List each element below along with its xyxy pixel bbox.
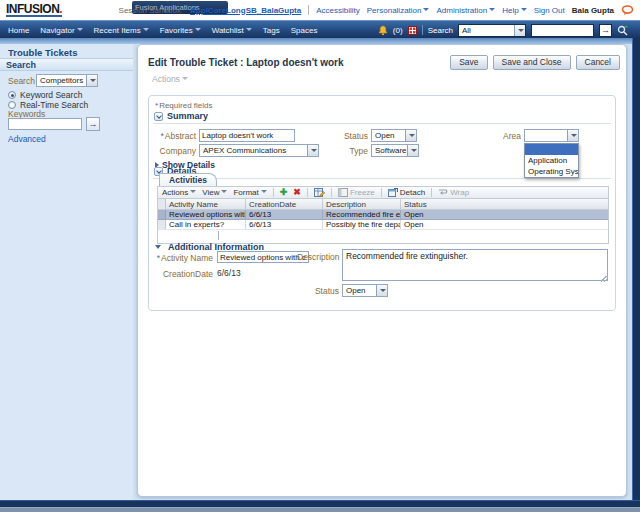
chat-bubble-icon[interactable]: [621, 5, 634, 16]
delete-row-icon[interactable]: ✖: [293, 188, 301, 197]
chevron-down-icon: [90, 79, 96, 82]
required-icon: *: [157, 253, 160, 263]
search-field-label: Search: [8, 76, 35, 86]
keywords-go-button[interactable]: →: [86, 117, 100, 131]
nav-watchlist[interactable]: Watchlist: [212, 26, 252, 35]
chevron-down-icon: [221, 190, 227, 193]
resize-grip-icon[interactable]: [601, 276, 607, 282]
dropdown-button[interactable]: [514, 25, 525, 36]
detach-button[interactable]: Detach: [388, 188, 425, 197]
nav-favorites[interactable]: Favorites: [160, 26, 201, 35]
column-resize-mark: [218, 231, 219, 240]
radio-unselected-icon[interactable]: [8, 101, 16, 109]
column-header-creation-date[interactable]: CreationDate: [246, 199, 323, 209]
sandbox-label: Session Sandbox:: [119, 6, 184, 15]
sandbox-link[interactable]: ApplCoreLongSB_BalaGupta: [190, 6, 301, 15]
creation-date-value: 6/6/13: [217, 268, 241, 278]
logo-accent-dot: .: [59, 2, 62, 16]
detach-icon: [388, 188, 398, 197]
toolbar-view-menu[interactable]: View: [202, 188, 227, 197]
column-header-activity-name[interactable]: Activity Name: [166, 199, 246, 209]
description-textarea[interactable]: [342, 249, 608, 281]
dropdown-option-application[interactable]: Application: [525, 155, 578, 166]
chevron-down-icon: [411, 149, 417, 152]
dropdown-button[interactable]: [86, 75, 97, 86]
nav-home[interactable]: Home: [8, 26, 29, 35]
summary-section-header[interactable]: Summary: [154, 111, 208, 121]
window-footer-bar: [0, 500, 640, 507]
freeze-button[interactable]: Freeze: [338, 188, 375, 197]
table-row-selected[interactable]: Reviewed options with customer 6/6/13 Re…: [158, 210, 608, 220]
tab-activities[interactable]: Activities: [159, 173, 217, 186]
keywords-input[interactable]: [8, 118, 82, 130]
nav-spaces[interactable]: Spaces: [291, 26, 318, 35]
page-title: Trouble Tickets: [8, 47, 78, 58]
nav-tags[interactable]: Tags: [263, 26, 280, 35]
chevron-down-icon: [143, 28, 149, 31]
saved-search-select[interactable]: Competitors: [36, 74, 98, 87]
cancel-button[interactable]: Cancel: [576, 55, 620, 70]
area-dropdown-list: Application Operating System: [524, 143, 579, 178]
row-selector-header: [158, 199, 166, 209]
save-and-close-button[interactable]: Save and Close: [493, 55, 571, 70]
dropdown-button[interactable]: [567, 130, 578, 141]
wrap-button[interactable]: Wrap: [438, 188, 469, 197]
additional-status-select[interactable]: Open: [342, 284, 388, 297]
area-select[interactable]: [524, 129, 579, 142]
divider: [422, 25, 423, 35]
nav-recent-items[interactable]: Recent Items: [94, 26, 149, 35]
advanced-search-link[interactable]: Advanced: [8, 134, 46, 144]
search-panel-header[interactable]: Search: [0, 58, 133, 71]
personalization-menu[interactable]: Personalization: [367, 6, 430, 15]
type-select[interactable]: Software: [371, 144, 419, 157]
dropdown-button[interactable]: [405, 130, 416, 141]
company-select[interactable]: APEX Communications: [199, 144, 319, 157]
required-icon: *: [161, 131, 164, 141]
status-select[interactable]: Open: [371, 129, 417, 142]
divider: [308, 5, 309, 15]
table-row[interactable]: Call in experts? 6/6/13 Possibly the fir…: [158, 220, 608, 230]
row-selector[interactable]: [158, 220, 166, 229]
search-scope-select[interactable]: All: [458, 24, 526, 37]
keyword-search-option[interactable]: Keyword Search: [8, 90, 82, 100]
administration-menu[interactable]: Administration: [436, 6, 495, 15]
worklist-icon[interactable]: [408, 26, 417, 35]
radio-selected-icon[interactable]: [8, 91, 16, 99]
save-button[interactable]: Save: [450, 55, 487, 70]
sign-out-link[interactable]: Sign Out: [534, 6, 565, 15]
add-row-icon[interactable]: ✚: [280, 188, 288, 197]
dropdown-button[interactable]: [307, 145, 318, 156]
help-menu[interactable]: Help: [502, 6, 526, 15]
dropdown-option-operating-system[interactable]: Operating System: [525, 166, 578, 177]
activity-name-input[interactable]: [217, 251, 309, 263]
search-go-button[interactable]: →: [599, 24, 612, 37]
required-fields-note: *Required fields: [155, 101, 213, 110]
dropdown-option-blank[interactable]: [525, 144, 578, 155]
row-selector[interactable]: [158, 210, 166, 219]
column-header-status[interactable]: Status: [401, 199, 608, 209]
utility-links: Session Sandbox: ApplCoreLongSB_BalaGupt…: [119, 0, 634, 20]
notifications-bell-icon[interactable]: [378, 25, 388, 36]
actions-menu-disabled[interactable]: Actions: [152, 74, 188, 84]
area-label: Area: [477, 131, 521, 141]
type-label: Type: [324, 146, 368, 156]
advanced-search-icon[interactable]: [617, 25, 628, 36]
chevron-down-icon: [409, 134, 415, 137]
chevron-down-icon: [182, 77, 188, 80]
collapse-icon[interactable]: [154, 112, 163, 121]
edit-table-icon[interactable]: [314, 187, 325, 198]
toolbar-actions-menu[interactable]: Actions: [162, 188, 196, 197]
accessibility-link[interactable]: Accessibility: [316, 6, 360, 15]
toolbar-format-menu[interactable]: Format: [233, 188, 266, 197]
column-header-description[interactable]: Description: [323, 199, 401, 209]
notification-count[interactable]: (0): [393, 26, 403, 35]
dropdown-button[interactable]: [407, 145, 418, 156]
dropdown-button[interactable]: [376, 285, 387, 296]
chevron-down-icon: [261, 190, 267, 193]
nav-navigator[interactable]: Navigator: [40, 26, 82, 35]
abstract-input[interactable]: [199, 129, 295, 142]
chevron-down-icon: [489, 8, 495, 11]
brand-logo: INFUSION.: [6, 3, 62, 17]
global-search-input[interactable]: [531, 24, 594, 37]
wrap-icon: [438, 188, 448, 197]
